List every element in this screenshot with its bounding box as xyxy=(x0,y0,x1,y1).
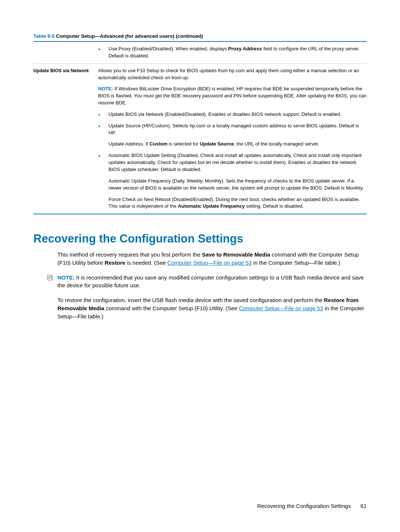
list-item: ● Update BIOS via Network (Enabled/Disab… xyxy=(98,111,367,118)
list-item-text: Automatic BIOS Update Setting (Disabled,… xyxy=(109,152,367,173)
list-item: ● Update Source (HP/Custom). Selects hp.… xyxy=(98,123,367,148)
sub-paragraph: Automatic Update Frequency (Daily, Weekl… xyxy=(109,178,367,192)
note-text: It is recommended that you save any modi… xyxy=(57,274,364,289)
list-item-text: Use Proxy (Enabled/Disabled). When enabl… xyxy=(109,46,367,60)
list-item-text: Update BIOS via Network (Enabled/Disable… xyxy=(109,111,367,118)
note-icon xyxy=(46,274,57,283)
bullet-icon: ● xyxy=(98,111,109,118)
bullet-icon: ● xyxy=(98,123,109,148)
footer-title: Recovering the Configuration Settings xyxy=(257,503,351,509)
note-text: If Windows BitLocker Drive Encryption (B… xyxy=(98,86,367,106)
page-number: 61 xyxy=(360,503,367,509)
table-caption-text: Computer Setup—Advanced (for advanced us… xyxy=(55,33,203,39)
paragraph: To restore the configuration, insert the… xyxy=(57,296,367,320)
paragraph: Allows you to use F10 Setup to check for… xyxy=(98,67,367,81)
cross-ref-link[interactable]: Computer Setup—File on page 53 xyxy=(167,260,252,266)
list-item: ● Use Proxy (Enabled/Disabled). When ena… xyxy=(98,46,367,60)
note-paragraph: NOTE: If Windows BitLocker Drive Encrypt… xyxy=(98,86,367,107)
bullet-icon: ● xyxy=(98,152,109,210)
table-number: Table 6-5 xyxy=(33,33,55,39)
row-heading: Update BIOS via Network xyxy=(33,67,98,74)
note-label: NOTE: xyxy=(57,274,75,281)
cross-ref-link[interactable]: Computer Setup—File on page 53 xyxy=(239,305,323,311)
setup-table: ● Use Proxy (Enabled/Disabled). When ena… xyxy=(33,41,367,214)
list-item-text: Update Source (HP/Custom). Selects hp.co… xyxy=(109,123,367,137)
paragraph: This method of recovery requires that yo… xyxy=(57,251,367,267)
table-caption: Table 6-5 Computer Setup—Advanced (for a… xyxy=(33,33,367,39)
note-label: NOTE: xyxy=(98,86,113,91)
table-row: Update BIOS via Network Allows you to us… xyxy=(33,63,367,215)
table-row: ● Use Proxy (Enabled/Disabled). When ena… xyxy=(33,41,367,63)
sub-paragraph: Update Address. If Custom is selected fo… xyxy=(109,141,367,148)
bullet-icon: ● xyxy=(98,46,109,60)
sub-paragraph: Force Check on Next Reboot (Disabled/Ena… xyxy=(109,196,367,210)
section-heading: Recovering the Configuration Settings xyxy=(33,232,367,245)
list-item: ● Automatic BIOS Update Setting (Disable… xyxy=(98,152,367,210)
page-footer: Recovering the Configuration Settings 61 xyxy=(257,503,367,509)
note-block: NOTE: It is recommended that you save an… xyxy=(46,274,367,290)
